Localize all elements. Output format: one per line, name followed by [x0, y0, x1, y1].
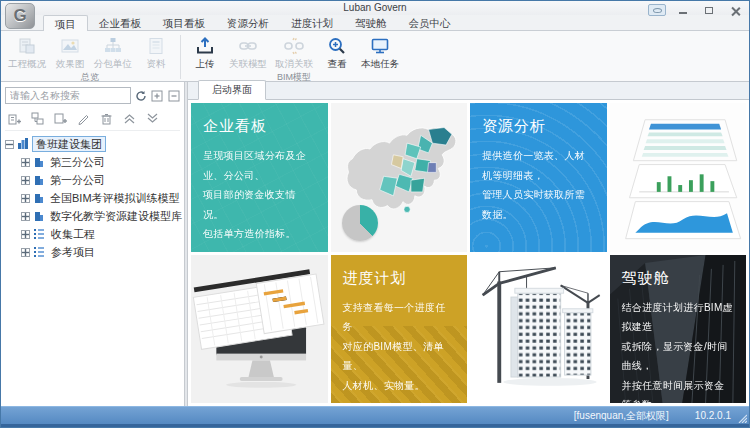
subcontractor-button[interactable]: 分包单位	[90, 34, 136, 71]
company-icon	[33, 209, 44, 223]
version-number: 10.2.0.1	[695, 410, 731, 421]
minimize-icon[interactable]	[674, 4, 692, 16]
tile-line: 管理人员实时获取所需数据。	[482, 185, 595, 224]
tree-item-company[interactable]: 数字化教学资源建设模型库	[5, 207, 180, 225]
tree-item-folder[interactable]: 收集工程	[5, 225, 180, 243]
tile-line: 结合进度计划进行BIM虚拟建造	[622, 298, 735, 337]
rendering-image-button[interactable]: 效果图	[50, 34, 90, 71]
unlink-icon	[283, 35, 305, 57]
tile-line: 对应的BIM模型、清单量、	[343, 337, 456, 376]
expand-toggle-icon[interactable]	[21, 176, 30, 185]
tile-title: 进度计划	[343, 269, 456, 288]
company-icon	[33, 155, 44, 169]
rendering-image-icon	[59, 35, 81, 57]
tab-schedule-plan[interactable]: 进度计划	[280, 15, 344, 31]
project-tree: 鲁班建设集团 第三分公司 第一分公司 全国BIM考评模拟训练模型	[5, 135, 180, 261]
collapse-all-icon[interactable]	[168, 88, 180, 103]
tile-enterprise-dashboard[interactable]: 企业看板 呈现项目区域分布及企业、分公司、 项目部的资金收支情况。 包括单方造价…	[191, 103, 328, 252]
stacked-reports-graphic	[610, 103, 747, 252]
tile-china-map-illustration[interactable]	[331, 103, 468, 252]
tree-item-company[interactable]: 第三分公司	[5, 153, 180, 171]
move-down-icon[interactable]	[145, 111, 159, 125]
tree-item-company[interactable]: 全国BIM考评模拟训练模型	[5, 189, 180, 207]
list-icon	[33, 245, 45, 259]
current-user-permissions: [fusenquan,全部权限]	[574, 409, 669, 423]
expand-toggle-icon[interactable]	[21, 212, 30, 221]
tab-project[interactable]: 项目	[43, 15, 88, 31]
search-input[interactable]	[5, 87, 131, 104]
buildings-cranes-graphic	[470, 255, 607, 404]
tile-resource-analysis[interactable]: 资源分析 提供造价一览表、人材机等明细表， 管理人员实时获取所需数据。	[470, 103, 607, 252]
launch-dashboard: 企业看板 呈现项目区域分布及企业、分公司、 项目部的资金收支情况。 包括单方造价…	[188, 100, 749, 406]
tab-project-dashboard[interactable]: 项目看板	[152, 15, 216, 31]
project-overview-button[interactable]: 工程概况	[4, 34, 50, 71]
tile-line: 人材机、实物量。	[343, 376, 456, 396]
tile-stacked-reports-illustration[interactable]	[610, 103, 747, 252]
monitor-schedule-graphic	[191, 255, 328, 404]
tab-launch-screen[interactable]: 启动界面	[198, 80, 266, 100]
upload-icon	[194, 35, 216, 57]
skin-icon[interactable]	[648, 4, 666, 16]
tree-item-label: 第一分公司	[47, 173, 108, 187]
collapse-toggle-icon[interactable]	[5, 140, 14, 149]
tree-item-label: 收集工程	[48, 227, 98, 241]
company-icon	[33, 173, 44, 187]
expand-toggle-icon[interactable]	[21, 158, 30, 167]
expand-all-icon[interactable]	[151, 88, 163, 103]
link-model-icon	[237, 35, 259, 57]
delete-icon[interactable]	[99, 111, 113, 125]
tile-construction-illustration[interactable]	[470, 255, 607, 404]
tab-member-center[interactable]: 会员中心	[398, 15, 462, 31]
view-button[interactable]: 查看	[317, 34, 357, 71]
ribbon-group-overview: 工程概况 效果图 分包单位	[1, 31, 179, 81]
local-tasks-button[interactable]: 本地任务	[357, 34, 403, 71]
pie-chart	[342, 205, 378, 241]
tree-item-folder[interactable]: 参考项目	[5, 243, 180, 261]
application-window: Luban Govern G 项目 企业看板 项目看板 资源分析 进度计划 驾驶…	[0, 0, 750, 428]
expand-toggle-icon[interactable]	[21, 194, 30, 203]
tile-line: 呈现项目区域分布及企业、分公司、	[203, 146, 316, 185]
tile-title: 资源分析	[482, 117, 595, 136]
unlink-button[interactable]: 取消关联	[271, 34, 317, 71]
add-project-icon[interactable]	[53, 111, 67, 125]
ribbon-group-bim-model: 上传 关联模型 取消关联	[182, 31, 406, 81]
tile-cockpit[interactable]: 驾驶舱 结合进度计划进行BIM虚拟建造 或拆除，显示资金/时间曲线， 并按任意时…	[610, 255, 747, 404]
app-logo-icon: G	[5, 3, 35, 29]
tile-line: 提供造价一览表、人材机等明细表，	[482, 146, 595, 185]
project-tree-sidebar: 鲁班建设集团 第三分公司 第一分公司 全国BIM考评模拟训练模型	[1, 82, 185, 406]
move-up-icon[interactable]	[122, 111, 136, 125]
tab-cockpit[interactable]: 驾驶舱	[344, 15, 398, 31]
link-model-button[interactable]: 关联模型	[225, 34, 271, 71]
expand-toggle-icon[interactable]	[21, 230, 30, 239]
tile-line: 并按任意时间展示资金等参数。	[622, 376, 735, 404]
add-org-icon[interactable]	[7, 111, 21, 125]
tree-item-label: 数字化教学资源建设模型库	[47, 209, 185, 223]
org-chart-icon	[102, 35, 124, 57]
materials-button[interactable]: 资料	[136, 34, 176, 71]
add-branch-icon[interactable]	[30, 111, 44, 125]
maximize-icon[interactable]	[700, 4, 718, 16]
refresh-icon[interactable]	[135, 88, 147, 103]
tile-line: 或拆除，显示资金/时间曲线，	[622, 337, 735, 376]
edit-icon[interactable]	[76, 111, 90, 125]
expand-toggle-icon[interactable]	[21, 248, 30, 257]
tree-item-label: 第三分公司	[47, 155, 108, 169]
ribbon: 工程概况 效果图 分包单位	[1, 30, 749, 82]
upload-button[interactable]: 上传	[185, 34, 225, 71]
titlebar[interactable]: Luban Govern	[1, 1, 749, 15]
close-icon[interactable]	[726, 4, 744, 16]
tree-item-company[interactable]: 第一分公司	[5, 171, 180, 189]
main-area: 启动界面 企业看板 呈现项目区域分布及企业、分公司、 项目部的资金收支情况。 包…	[188, 82, 749, 406]
tab-resource-analysis[interactable]: 资源分析	[216, 15, 280, 31]
tree-toolbar	[5, 104, 180, 131]
tile-schedule-plan[interactable]: 进度计划 支持查看每一个进度任务 对应的BIM模型、清单量、 人材机、实物量。	[331, 255, 468, 404]
tile-monitor-schedule-illustration[interactable]	[191, 255, 328, 404]
tree-item-label: 参考项目	[48, 245, 98, 259]
tree-item-label: 全国BIM考评模拟训练模型	[47, 191, 183, 205]
zoom-view-icon	[326, 35, 348, 57]
tree-item-root[interactable]: 鲁班建设集团	[5, 135, 180, 153]
resize-grip[interactable]	[737, 413, 747, 423]
window-title: Luban Govern	[343, 2, 406, 13]
tab-enterprise-dashboard[interactable]: 企业看板	[88, 15, 152, 31]
ribbon-tab-bar: 项目 企业看板 项目看板 资源分析 进度计划 驾驶舱 会员中心	[1, 15, 749, 31]
